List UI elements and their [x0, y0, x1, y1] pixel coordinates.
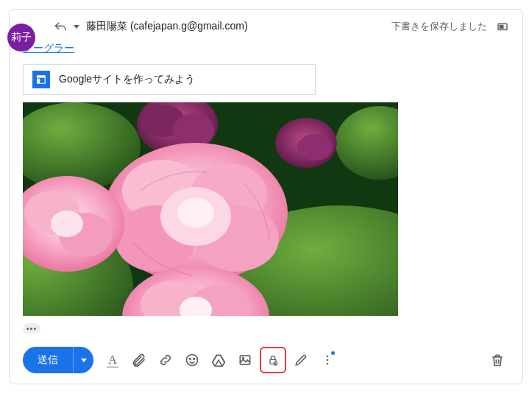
draft-status: 下書きを保存しました — [391, 20, 487, 33]
compose-toolbar: 送信 A — [23, 347, 509, 373]
compose-header: 藤田陽菜 (cafejapan.g@gmail.com) 下書きを保存しました — [54, 20, 509, 33]
svg-point-31 — [190, 359, 191, 360]
signature-button[interactable] — [289, 348, 313, 372]
image-icon — [238, 353, 252, 367]
confidential-button[interactable] — [263, 350, 283, 370]
confidential-highlight — [260, 347, 286, 373]
svg-rect-1 — [500, 25, 504, 29]
send-button-group: 送信 — [23, 347, 93, 373]
recipient-text[interactable]: 藤田陽菜 (cafejapan.g@gmail.com) — [86, 20, 248, 33]
sites-icon — [32, 71, 50, 88]
svg-point-21 — [177, 198, 214, 228]
avatar[interactable]: 莉子 — [7, 24, 35, 52]
svg-point-25 — [51, 211, 83, 237]
trimmed-content-toggle[interactable]: ••• — [23, 323, 40, 334]
emoji-button[interactable] — [180, 348, 204, 372]
svg-point-12 — [173, 113, 214, 147]
lock-icon — [267, 353, 279, 367]
embedded-image[interactable] — [23, 102, 398, 316]
send-more-button[interactable] — [73, 347, 93, 373]
discard-button[interactable] — [486, 348, 509, 372]
compose-card: 藤田陽菜 (cafejapan.g@gmail.com) 下書きを保存しました … — [9, 9, 523, 384]
svg-rect-33 — [240, 356, 249, 364]
svg-point-30 — [187, 355, 198, 366]
more-badge-icon — [331, 351, 335, 355]
trash-icon — [490, 353, 505, 367]
popout-icon[interactable] — [496, 20, 509, 33]
drive-chip[interactable]: Googleサイトを作ってみよう — [23, 64, 316, 95]
drive-button[interactable] — [207, 348, 230, 372]
reply-icon[interactable] — [54, 20, 67, 33]
image-button[interactable] — [233, 348, 257, 372]
svg-point-14 — [297, 134, 333, 161]
drive-icon — [211, 353, 226, 367]
emoji-icon — [185, 353, 199, 367]
compose-body[interactable]: グーグラー Googleサイトを作ってみよう — [23, 42, 509, 334]
link-icon — [158, 353, 173, 367]
avatar-initials: 莉子 — [11, 31, 32, 44]
more-button[interactable] — [316, 348, 339, 372]
format-button[interactable]: A — [101, 348, 124, 372]
svg-point-34 — [243, 358, 244, 359]
format-a-icon: A — [108, 353, 117, 367]
drive-chip-title: Googleサイトを作ってみよう — [59, 73, 195, 86]
svg-point-32 — [194, 359, 195, 360]
recipient-caret-icon[interactable] — [73, 20, 80, 33]
svg-rect-4 — [38, 79, 40, 83]
svg-rect-3 — [38, 76, 46, 78]
attach-button[interactable] — [127, 348, 151, 372]
attach-icon — [132, 353, 146, 367]
link-button[interactable] — [154, 348, 177, 372]
more-icon — [320, 353, 335, 367]
pen-icon — [294, 353, 308, 367]
svg-point-38 — [327, 359, 329, 362]
send-button[interactable]: 送信 — [23, 347, 73, 373]
svg-point-39 — [327, 363, 329, 365]
svg-point-37 — [327, 356, 329, 358]
